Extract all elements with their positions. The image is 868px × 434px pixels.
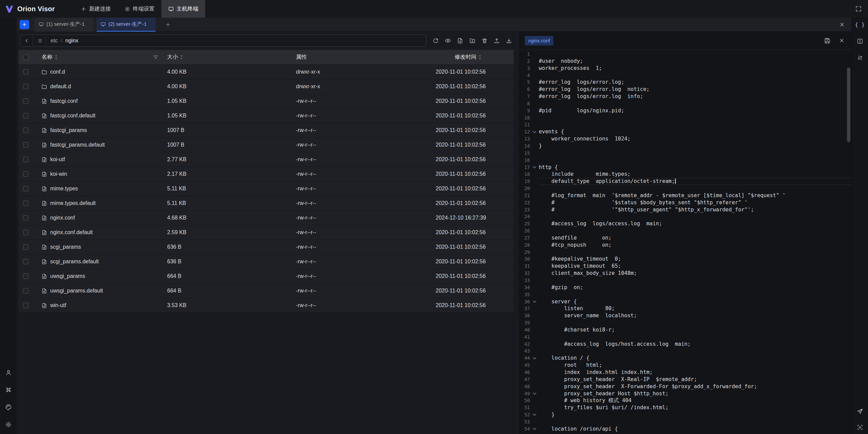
- code-line[interactable]: 44 location / {: [520, 355, 851, 362]
- table-row[interactable]: conf.d 4.00 KB drwxr-xr-x 2020-11-01 10:…: [19, 65, 514, 79]
- code-line[interactable]: 6 #error_log logs/error.log notice;: [520, 86, 851, 93]
- table-row[interactable]: mime.types 5.11 KB -rw-r--r-- 2020-11-01…: [19, 182, 514, 196]
- fullscreen-button[interactable]: [854, 4, 863, 14]
- code-line[interactable]: 21 #log_format main '$remote_addr - $rem…: [520, 192, 851, 199]
- code-line[interactable]: 51 try_files $uri $uri/ /index.html;: [520, 404, 851, 411]
- fold-chevron-icon[interactable]: [530, 164, 539, 171]
- breadcrumb-segment[interactable]: etc: [51, 38, 58, 44]
- filter-funnel-icon[interactable]: [153, 55, 158, 60]
- breadcrumb-segment-current[interactable]: nginx: [65, 38, 78, 44]
- code-line[interactable]: 12 events {: [520, 128, 851, 135]
- fold-chevron-icon[interactable]: [530, 355, 539, 362]
- menu-item-host-terminal[interactable]: 主机终端: [161, 0, 205, 18]
- split-layout-button[interactable]: [856, 37, 864, 45]
- row-name[interactable]: fastcgi_params: [50, 127, 87, 133]
- row-checkbox[interactable]: [23, 84, 28, 89]
- row-checkbox[interactable]: [23, 186, 28, 191]
- row-checkbox[interactable]: [23, 128, 28, 133]
- code-line[interactable]: 14 }: [520, 143, 851, 150]
- code-line[interactable]: 38 server_name localhost;: [520, 312, 851, 319]
- json-view-button[interactable]: { }: [856, 20, 864, 29]
- code-line[interactable]: 16: [520, 157, 851, 164]
- code-line[interactable]: 18 include mime.types;: [520, 171, 851, 178]
- sort-icon[interactable]: [55, 55, 58, 60]
- code-line[interactable]: 8: [520, 100, 851, 107]
- row-name[interactable]: uwsgi_params.default: [50, 288, 103, 294]
- column-header-name[interactable]: 名称: [42, 54, 53, 61]
- upload-button[interactable]: [492, 36, 501, 45]
- code-line[interactable]: 53: [520, 418, 851, 426]
- row-checkbox[interactable]: [23, 113, 28, 118]
- row-checkbox[interactable]: [23, 259, 28, 264]
- row-checkbox[interactable]: [23, 69, 28, 75]
- code-line[interactable]: 24: [520, 213, 851, 220]
- delete-button[interactable]: [480, 36, 489, 45]
- add-tab-button[interactable]: [164, 20, 172, 29]
- save-button[interactable]: [823, 36, 832, 45]
- code-line[interactable]: 47 proxy_set_header X-Real-IP $remote_ad…: [520, 376, 851, 383]
- table-row[interactable]: mime.types.default 5.11 KB -rw-r--r-- 20…: [19, 196, 514, 211]
- close-editor-button[interactable]: [837, 36, 846, 45]
- code-line[interactable]: 50 # web history 模式 404: [520, 397, 851, 404]
- code-line[interactable]: 9 #pid logs/nginx.pid;: [520, 107, 851, 114]
- fold-chevron-icon[interactable]: [530, 426, 539, 433]
- code-line[interactable]: 34 #gzip on;: [520, 284, 851, 291]
- row-name[interactable]: nginx.conf.default: [50, 229, 93, 235]
- code-line[interactable]: 27 sendfile on;: [520, 234, 851, 242]
- row-checkbox[interactable]: [23, 171, 28, 177]
- code-line[interactable]: 43: [520, 347, 851, 355]
- row-name[interactable]: win-utf: [50, 302, 66, 308]
- table-row[interactable]: koi-utf 2.77 KB -rw-r--r-- 2020-11-01 10…: [19, 152, 514, 167]
- row-name[interactable]: fastcgi_params.default: [50, 142, 105, 148]
- code-line[interactable]: 3 worker_processes 1;: [520, 65, 851, 72]
- row-name[interactable]: scgi_params: [50, 244, 81, 250]
- code-line[interactable]: 31 keepalive_timeout 65;: [520, 263, 851, 270]
- new-connection-button[interactable]: [20, 20, 29, 29]
- column-header-size[interactable]: 大小: [167, 54, 178, 61]
- fold-chevron-icon[interactable]: [530, 411, 539, 418]
- code-line[interactable]: 37 listen 80;: [520, 305, 851, 312]
- editor-scrollbar[interactable]: [847, 68, 850, 142]
- close-panel-button[interactable]: [837, 20, 847, 29]
- shortcuts-button[interactable]: [4, 386, 13, 394]
- row-checkbox[interactable]: [23, 98, 28, 104]
- row-checkbox[interactable]: [23, 201, 28, 206]
- download-button[interactable]: [504, 36, 514, 45]
- row-name[interactable]: default.d: [50, 83, 71, 90]
- row-checkbox[interactable]: [23, 244, 28, 250]
- code-line[interactable]: 26: [520, 227, 851, 234]
- path-list-button[interactable]: [33, 35, 46, 46]
- select-all-checkbox[interactable]: [23, 55, 28, 60]
- table-row[interactable]: uwsgi_params 664 B -rw-r--r-- 2020-11-01…: [19, 269, 514, 284]
- table-row[interactable]: fastcgi.conf.default 1.05 KB -rw-r--r-- …: [19, 109, 514, 123]
- table-row[interactable]: koi-win 2.17 KB -rw-r--r-- 2020-11-01 10…: [19, 167, 514, 182]
- code-line[interactable]: 52 }: [520, 411, 851, 418]
- row-checkbox[interactable]: [23, 142, 28, 148]
- row-name[interactable]: scgi_params.default: [50, 259, 99, 265]
- editor-file-tag[interactable]: nginx.conf: [525, 36, 553, 45]
- show-hidden-button[interactable]: [443, 36, 453, 45]
- code-line[interactable]: 41: [520, 334, 851, 341]
- code-line[interactable]: 28 #tcp_nopush on;: [520, 242, 851, 249]
- code-line[interactable]: 19 default_type application/octet-stream…: [520, 178, 851, 185]
- code-line[interactable]: 2 #user nobody;: [520, 58, 851, 65]
- code-line[interactable]: 7 #error_log logs/error.log info;: [520, 93, 851, 100]
- user-button[interactable]: [4, 369, 13, 377]
- row-checkbox[interactable]: [23, 230, 28, 235]
- table-row[interactable]: uwsgi_params.default 664 B -rw-r--r-- 20…: [19, 284, 514, 298]
- tab-server-2[interactable]: (2) server-生产-1: [97, 18, 156, 32]
- table-row[interactable]: fastcgi.conf 1.05 KB -rw-r--r-- 2020-11-…: [19, 94, 514, 109]
- code-line[interactable]: 40 #charset koi8-r;: [520, 326, 851, 334]
- table-row[interactable]: nginx.conf.default 2.59 KB -rw-r--r-- 20…: [19, 225, 514, 240]
- screenshot-button[interactable]: [856, 423, 864, 431]
- table-row[interactable]: fastcgi_params.default 1007 B -rw-r--r--…: [19, 138, 514, 152]
- code-line[interactable]: 25 #access_log logs/access.log main;: [520, 220, 851, 227]
- menu-item-terminal-settings[interactable]: 终端设置: [118, 0, 161, 18]
- row-name[interactable]: mime.types: [50, 186, 78, 192]
- sort-icon[interactable]: [180, 55, 183, 60]
- code-line[interactable]: 48 proxy_set_header X-Forwarded-For $pro…: [520, 383, 851, 390]
- code-line[interactable]: 15: [520, 150, 851, 157]
- code-editor[interactable]: 1 2 #user nobody; 3 worker_processes 1; …: [520, 50, 851, 434]
- row-checkbox[interactable]: [23, 288, 28, 294]
- row-name[interactable]: uwsgi_params: [50, 273, 85, 279]
